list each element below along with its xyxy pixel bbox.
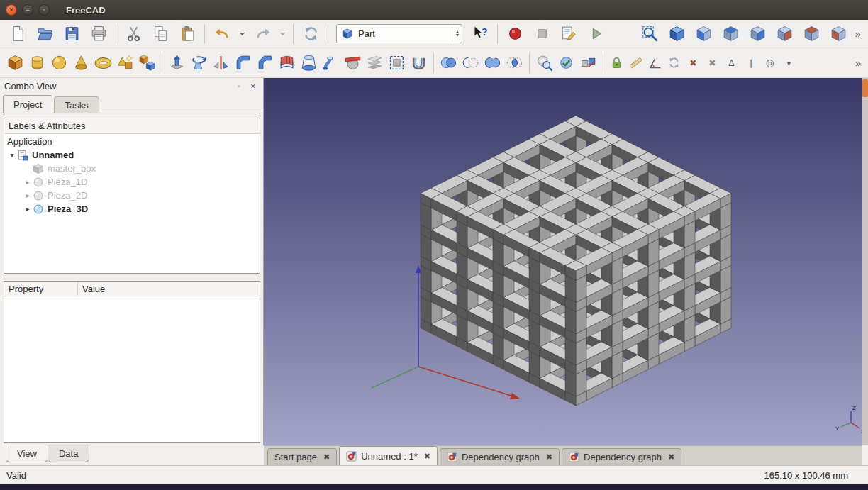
tree-item-unnamed[interactable]: ▾Unnamed bbox=[4, 148, 260, 162]
close-tab-icon[interactable]: ✖ bbox=[546, 452, 552, 462]
measure-more-button[interactable]: ▾ bbox=[780, 51, 798, 75]
combo-spinner-icon[interactable]: ▴▾ bbox=[452, 27, 459, 41]
part-extrude-button[interactable] bbox=[167, 51, 187, 75]
macro-stop-button[interactable] bbox=[530, 22, 554, 46]
macro-play-button[interactable] bbox=[584, 22, 608, 46]
part-cylinder-button[interactable] bbox=[27, 51, 48, 75]
redo-button[interactable] bbox=[250, 22, 274, 46]
measure-lock-button[interactable] bbox=[608, 51, 625, 75]
part-ruled-surface-button[interactable] bbox=[277, 51, 297, 75]
document-tab-0[interactable]: Start page✖ bbox=[267, 448, 337, 465]
tree-expander-icon[interactable]: ▸ bbox=[23, 191, 33, 199]
macro-edit-button[interactable] bbox=[557, 22, 581, 46]
part-fillet-button[interactable] bbox=[233, 51, 253, 75]
copy-button[interactable] bbox=[148, 22, 172, 46]
tree-item-pieza_2d[interactable]: ▸Pieza_2D bbox=[4, 189, 260, 202]
view-front-button[interactable] bbox=[692, 22, 716, 46]
measure-toggle-3d-button[interactable]: Δ bbox=[723, 51, 740, 75]
cut-button[interactable] bbox=[121, 22, 145, 46]
part-common-button[interactable] bbox=[504, 51, 525, 75]
measure-linear-button[interactable] bbox=[627, 51, 645, 75]
undo-button[interactable] bbox=[210, 22, 234, 46]
close-panel-icon[interactable]: ✕ bbox=[247, 80, 259, 91]
measure-origin-button[interactable]: ◎ bbox=[761, 51, 779, 75]
toolbar-overflow-icon[interactable]: » bbox=[852, 57, 864, 69]
view-top-button[interactable] bbox=[719, 22, 743, 46]
close-tab-icon[interactable]: ✖ bbox=[668, 452, 674, 462]
part-thickness-button[interactable] bbox=[408, 51, 429, 75]
part-union-button[interactable] bbox=[482, 51, 503, 75]
float-panel-icon[interactable]: ▫ bbox=[233, 80, 245, 91]
refresh-button[interactable] bbox=[299, 22, 323, 46]
paste-button[interactable] bbox=[175, 22, 199, 46]
measure-refresh-button[interactable] bbox=[665, 51, 683, 75]
document-tab-label: Dependency graph bbox=[462, 452, 540, 462]
right-scrollbar[interactable] bbox=[862, 78, 868, 445]
tree-item-pieza_3d[interactable]: ▸Pieza_3D bbox=[4, 202, 260, 216]
tree-item-master_box[interactable]: master_box bbox=[4, 162, 260, 175]
document-tab-3[interactable]: Dependency graph✖ bbox=[562, 448, 681, 465]
minimize-window-button[interactable]: – bbox=[22, 4, 33, 16]
part-cone-button[interactable] bbox=[71, 51, 91, 75]
print-button[interactable] bbox=[87, 22, 111, 46]
part-chamfer-button[interactable] bbox=[255, 51, 275, 75]
part-cut-button[interactable] bbox=[460, 51, 481, 75]
scrollbar-thumb[interactable] bbox=[862, 79, 868, 97]
tab-data[interactable]: Data bbox=[48, 445, 89, 462]
tree-item-pieza_1d[interactable]: ▸Pieza_1D bbox=[4, 175, 260, 189]
part-revolve-button[interactable] bbox=[189, 51, 209, 75]
part-refine-shape-button[interactable] bbox=[556, 51, 577, 75]
document-tab-2[interactable]: Dependency graph✖ bbox=[440, 448, 560, 465]
view-bottom-button[interactable] bbox=[800, 22, 824, 46]
tree-root-application[interactable]: Application bbox=[4, 134, 260, 148]
new-document-button[interactable] bbox=[6, 22, 30, 46]
part-sweep-button[interactable] bbox=[321, 51, 341, 75]
view-axonometric-button[interactable] bbox=[665, 22, 689, 46]
part-defeaturing-button[interactable] bbox=[578, 51, 599, 75]
part-section-button[interactable] bbox=[343, 51, 363, 75]
part-shape-builder-button[interactable] bbox=[137, 51, 157, 75]
part-offset-button[interactable] bbox=[386, 51, 407, 75]
tree-expander-icon[interactable]: ▸ bbox=[23, 205, 33, 213]
workbench-selector[interactable]: Part▴▾ bbox=[336, 24, 462, 43]
close-window-button[interactable]: ✕ bbox=[6, 4, 17, 16]
tree-expander-icon[interactable]: ▸ bbox=[23, 178, 33, 186]
view-rear-button[interactable] bbox=[773, 22, 797, 46]
open-document-button[interactable] bbox=[33, 22, 57, 46]
toolbar-overflow-icon[interactable]: » bbox=[852, 28, 864, 40]
measure-clear-all-button[interactable]: ✖ bbox=[684, 51, 702, 75]
part-sphere-button[interactable] bbox=[49, 51, 69, 75]
whats-this-button[interactable]: ? bbox=[468, 22, 492, 46]
measure-angular-button[interactable] bbox=[646, 51, 664, 75]
zoom-fit-button[interactable] bbox=[638, 22, 662, 46]
redo-menu-button[interactable] bbox=[277, 22, 288, 46]
close-tab-icon[interactable]: ✖ bbox=[424, 452, 430, 461]
part-loft-button[interactable] bbox=[299, 51, 319, 75]
part-primitives-button[interactable] bbox=[115, 51, 135, 75]
tab-project[interactable]: Project bbox=[3, 95, 52, 113]
toolbar-separator bbox=[162, 53, 162, 73]
view-left-button[interactable] bbox=[827, 22, 851, 46]
view-right-button[interactable] bbox=[746, 22, 770, 46]
part-torus-button[interactable] bbox=[93, 51, 113, 75]
maximize-window-button[interactable]: ▫ bbox=[38, 4, 50, 16]
part-check-geometry-button[interactable] bbox=[534, 51, 555, 75]
property-column-header[interactable]: Property bbox=[4, 282, 78, 296]
close-tab-icon[interactable]: ✖ bbox=[323, 452, 330, 462]
undo-menu-button[interactable] bbox=[237, 22, 247, 46]
part-cross-sections-button[interactable] bbox=[365, 51, 385, 75]
measure-toggle-all-button[interactable]: ✖ bbox=[703, 51, 721, 75]
tab-view[interactable]: View bbox=[6, 445, 48, 462]
part-boolean-button[interactable] bbox=[438, 51, 459, 75]
viewport-3d[interactable]: Z Y X bbox=[264, 78, 862, 445]
document-tab-1[interactable]: Unnamed : 1*✖ bbox=[339, 446, 438, 465]
svg-text:?: ? bbox=[481, 26, 487, 38]
measure-toggle-delta-button[interactable]: ∥ bbox=[742, 51, 760, 75]
part-mirror-button[interactable] bbox=[211, 51, 231, 75]
part-box-button[interactable] bbox=[5, 51, 26, 75]
save-document-button[interactable] bbox=[60, 22, 84, 46]
tree-expander-icon[interactable]: ▾ bbox=[7, 151, 17, 159]
macro-record-button[interactable] bbox=[503, 22, 527, 46]
tab-tasks[interactable]: Tasks bbox=[54, 96, 99, 113]
value-column-header[interactable]: Value bbox=[78, 282, 260, 296]
